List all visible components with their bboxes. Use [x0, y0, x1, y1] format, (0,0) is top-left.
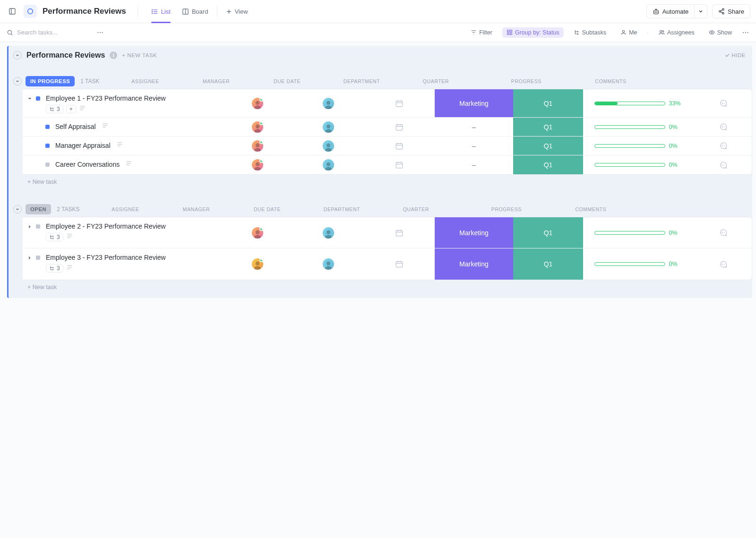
due-cell[interactable]: [364, 155, 435, 174]
quarter-cell[interactable]: Q1: [513, 248, 583, 280]
avatar[interactable]: [251, 226, 264, 239]
task-row[interactable]: Self Appraisal–Q10%: [23, 118, 752, 137]
search-input[interactable]: [17, 29, 83, 36]
sidebar-toggle-icon[interactable]: [6, 5, 19, 18]
description-icon-btn[interactable]: [116, 141, 123, 149]
avatar[interactable]: [322, 226, 335, 239]
new-task-row[interactable]: + New task: [9, 280, 752, 295]
tab-list[interactable]: List: [146, 0, 176, 23]
show-button[interactable]: Show: [704, 27, 736, 38]
due-cell[interactable]: [364, 89, 435, 117]
task-row[interactable]: Employee 3 - FY23 Performance Review3Mar…: [23, 248, 752, 280]
manager-cell[interactable]: [293, 137, 364, 155]
automate-button[interactable]: Automate: [646, 4, 695, 18]
assignees-button[interactable]: Assignees: [654, 27, 699, 38]
avatar[interactable]: [251, 158, 264, 171]
status-square[interactable]: [45, 144, 50, 148]
dept-cell[interactable]: –: [435, 155, 513, 174]
subtasks-button[interactable]: Subtasks: [569, 27, 610, 38]
task-name[interactable]: Employee 1 - FY23 Performance Review: [46, 94, 166, 102]
assignee-cell[interactable]: [222, 248, 293, 280]
new-task-button[interactable]: + NEW TASK: [122, 52, 157, 58]
info-icon[interactable]: i: [110, 51, 117, 59]
task-name[interactable]: Manager Appraisal: [55, 141, 111, 150]
col-assignee[interactable]: ASSIGNEE: [110, 78, 181, 84]
status-square[interactable]: [36, 224, 40, 229]
avatar[interactable]: [251, 139, 264, 153]
col-dept[interactable]: DEPARTMENT: [323, 78, 401, 84]
status-square[interactable]: [45, 125, 50, 129]
assignee-cell[interactable]: [222, 118, 293, 136]
status-square[interactable]: [36, 96, 40, 101]
col-manager[interactable]: MANAGER: [181, 78, 252, 84]
manager-cell[interactable]: [293, 89, 364, 117]
task-name[interactable]: Self Appraisal: [55, 122, 96, 131]
task-row[interactable]: Manager Appraisal–Q10%: [23, 137, 752, 155]
new-task-row[interactable]: + New task: [9, 175, 752, 190]
manager-cell[interactable]: [293, 248, 364, 280]
description-icon-btn[interactable]: [102, 122, 109, 130]
comment-cell[interactable]: [694, 155, 752, 174]
progress-cell[interactable]: 0%: [583, 217, 694, 248]
tab-add-view[interactable]: View: [220, 0, 254, 23]
me-button[interactable]: Me: [616, 27, 641, 38]
description-icon-btn[interactable]: [66, 233, 73, 241]
caret-icon[interactable]: [26, 255, 33, 261]
manager-cell[interactable]: [293, 118, 364, 136]
automate-menu-button[interactable]: [695, 4, 707, 18]
comment-cell[interactable]: [694, 89, 752, 117]
dept-cell[interactable]: Marketing: [435, 217, 513, 248]
manager-cell[interactable]: [293, 155, 364, 174]
comment-cell[interactable]: [694, 248, 752, 280]
progress-cell[interactable]: 0%: [583, 248, 694, 280]
share-button[interactable]: Share: [712, 4, 750, 18]
quarter-cell[interactable]: Q1: [513, 137, 583, 155]
subtask-count-chip[interactable]: 3: [46, 264, 63, 273]
comment-cell[interactable]: [694, 217, 752, 248]
groupby-button[interactable]: Group by: Status: [502, 27, 564, 38]
quarter-cell[interactable]: Q1: [513, 89, 583, 117]
avatar[interactable]: [322, 139, 335, 153]
description-icon-btn[interactable]: [125, 160, 132, 168]
col-assignee[interactable]: ASSIGNEE: [90, 206, 161, 212]
subtask-count-chip[interactable]: 3: [46, 105, 63, 113]
col-comments[interactable]: COMMENTS: [582, 78, 640, 84]
col-quarter[interactable]: QUARTER: [401, 78, 471, 84]
progress-cell[interactable]: 0%: [583, 155, 694, 174]
task-name[interactable]: Career Conversations: [55, 160, 120, 169]
avatar[interactable]: [322, 120, 335, 134]
task-name[interactable]: Employee 3 - FY23 Performance Review: [46, 253, 166, 262]
more-icon[interactable]: [742, 29, 749, 36]
status-square[interactable]: [36, 256, 40, 260]
col-quarter[interactable]: QUARTER: [381, 206, 451, 212]
col-progress[interactable]: PROGRESS: [471, 78, 582, 84]
avatar[interactable]: [251, 120, 264, 134]
comment-cell[interactable]: [694, 118, 752, 136]
manager-cell[interactable]: [293, 217, 364, 248]
assignee-cell[interactable]: [222, 137, 293, 155]
due-cell[interactable]: [364, 137, 435, 155]
task-name[interactable]: Employee 2 - FY23 Performance Review: [46, 222, 166, 231]
add-subtask-chip[interactable]: +: [66, 105, 76, 113]
tab-board[interactable]: Board: [176, 0, 214, 23]
col-dept[interactable]: DEPARTMENT: [302, 206, 381, 212]
assignee-cell[interactable]: [222, 217, 293, 248]
hide-button[interactable]: HIDE: [724, 52, 746, 58]
task-row[interactable]: Employee 1 - FY23 Performance Review3+Ma…: [23, 89, 752, 118]
dept-cell[interactable]: Marketing: [435, 89, 513, 117]
col-progress[interactable]: PROGRESS: [451, 206, 562, 212]
status-square[interactable]: [45, 162, 50, 167]
col-comments[interactable]: COMMENTS: [562, 206, 619, 212]
dept-cell[interactable]: –: [435, 137, 513, 155]
progress-cell[interactable]: 0%: [583, 137, 694, 155]
caret-icon[interactable]: [26, 223, 33, 230]
collapse-list-button[interactable]: [13, 51, 22, 60]
avatar[interactable]: [322, 257, 335, 271]
description-icon-btn[interactable]: [66, 264, 73, 273]
progress-cell[interactable]: 33%: [583, 89, 694, 117]
dept-cell[interactable]: –: [435, 118, 513, 136]
collapse-group-button[interactable]: [13, 77, 22, 85]
quarter-cell[interactable]: Q1: [513, 118, 583, 136]
col-due[interactable]: DUE DATE: [252, 78, 323, 84]
subtask-count-chip[interactable]: 3: [46, 233, 63, 241]
